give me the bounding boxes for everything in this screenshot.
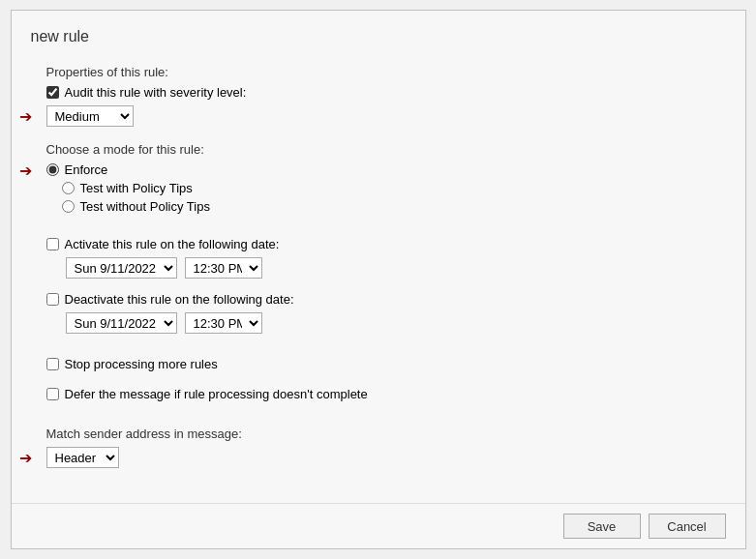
activate-date-select[interactable]: Sun 9/11/2022 — [66, 257, 177, 279]
deactivate-section: Deactivate this rule on the following da… — [46, 292, 726, 338]
properties-label: Properties of this rule: — [46, 65, 726, 79]
audit-label: Audit this rule with severity level: — [65, 85, 247, 100]
defer-section: Defer the message if rule processing doe… — [46, 387, 726, 407]
severity-dropdown-row: ➔ Low Medium High — [46, 105, 726, 127]
dialog-content: Properties of this rule: Audit this rule… — [12, 55, 745, 503]
test-with-radio[interactable] — [62, 182, 75, 194]
defer-label: Defer the message if rule processing doe… — [65, 387, 368, 401]
properties-section: Properties of this rule: Audit this rule… — [46, 65, 726, 132]
deactivate-checkbox[interactable] — [46, 293, 59, 306]
test-without-radio[interactable] — [62, 200, 75, 213]
activate-checkbox-row: Activate this rule on the following date… — [46, 237, 726, 251]
test-without-label: Test without Policy Tips — [80, 199, 210, 214]
activate-section: Activate this rule on the following date… — [46, 237, 726, 282]
deactivate-date-select[interactable]: Sun 9/11/2022 — [66, 312, 177, 334]
enforce-radio-row: ➔ Enforce — [46, 162, 726, 177]
deactivate-label: Deactivate this rule on the following da… — [65, 292, 294, 307]
stop-processing-row: Stop processing more rules — [46, 357, 726, 371]
match-sender-section: Match sender address in message: ➔ Heade… — [46, 427, 726, 474]
deactivate-checkbox-row: Deactivate this rule on the following da… — [46, 292, 726, 307]
header-dropdown-row: ➔ Header Envelope Header or Envelope — [46, 447, 726, 468]
new-rule-dialog: new rule Properties of this rule: Audit … — [11, 10, 746, 549]
activate-time-select[interactable]: 12:30 PM — [185, 257, 262, 279]
defer-row: Defer the message if rule processing doe… — [46, 387, 726, 401]
match-sender-label: Match sender address in message: — [46, 427, 726, 441]
mode-label: Choose a mode for this rule: — [46, 142, 726, 157]
defer-checkbox[interactable] — [46, 388, 59, 400]
dialog-footer: Save Cancel — [12, 503, 745, 548]
severity-arrow-icon: ➔ — [19, 107, 32, 126]
header-select[interactable]: Header Envelope Header or Envelope — [46, 447, 119, 468]
mode-section: Choose a mode for this rule: ➔ Enforce T… — [46, 142, 726, 218]
test-with-radio-row: Test with Policy Tips — [62, 181, 726, 195]
deactivate-date-group: Sun 9/11/2022 12:30 PM — [66, 312, 726, 334]
test-without-radio-row: Test without Policy Tips — [62, 199, 726, 214]
activate-checkbox[interactable] — [46, 238, 59, 250]
enforce-arrow-icon: ➔ — [19, 161, 32, 179]
deactivate-time-select[interactable]: 12:30 PM — [185, 312, 262, 334]
audit-checkbox-row: Audit this rule with severity level: — [46, 85, 726, 100]
test-with-label: Test with Policy Tips — [80, 181, 193, 195]
stop-processing-checkbox[interactable] — [46, 358, 59, 370]
activate-date-group: Sun 9/11/2022 12:30 PM — [66, 257, 726, 279]
enforce-label: Enforce — [65, 162, 108, 177]
save-button[interactable]: Save — [563, 514, 641, 539]
dialog-title: new rule — [12, 11, 745, 55]
audit-checkbox[interactable] — [46, 86, 59, 99]
stop-processing-section: Stop processing more rules — [46, 357, 726, 377]
activate-label: Activate this rule on the following date… — [65, 237, 280, 251]
severity-select[interactable]: Low Medium High — [46, 105, 134, 127]
enforce-radio[interactable] — [46, 163, 59, 176]
stop-processing-label: Stop processing more rules — [65, 357, 218, 371]
cancel-button[interactable]: Cancel — [649, 514, 726, 539]
header-arrow-icon: ➔ — [19, 449, 32, 467]
